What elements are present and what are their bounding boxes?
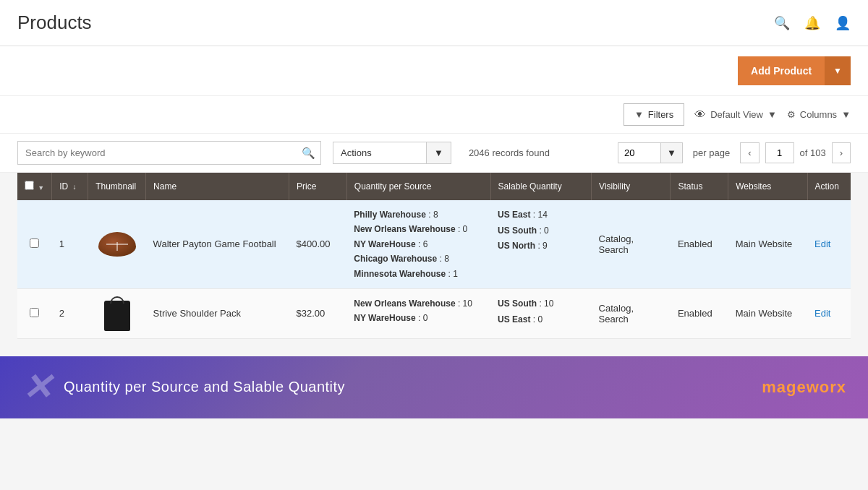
add-product-button[interactable]: Add Product xyxy=(738,56,825,85)
per-page-select[interactable] xyxy=(618,142,661,163)
page-of-label: of 103 xyxy=(800,147,826,158)
next-page-button[interactable]: › xyxy=(832,142,851,163)
row-visibility: Catalog, Search xyxy=(592,200,671,288)
per-page-select-wrap: ▼ xyxy=(618,142,683,163)
add-product-dropdown-button[interactable]: ▼ xyxy=(825,56,851,85)
row-salable-qty: US East : 14US South : 0US North : 9 xyxy=(490,200,591,288)
page-input[interactable] xyxy=(765,142,794,163)
search-icon[interactable]: 🔍 xyxy=(774,15,790,31)
search-input-wrap: 🔍 xyxy=(17,141,321,165)
bell-icon[interactable]: 🔔 xyxy=(804,15,820,31)
row-checkbox[interactable] xyxy=(30,238,39,248)
row-action: Edit xyxy=(807,288,851,338)
th-action: Action xyxy=(807,173,851,200)
view-label: Default View xyxy=(710,109,763,120)
salable-line: US East : 0 xyxy=(498,312,584,328)
prev-page-button[interactable]: ‹ xyxy=(740,142,759,163)
gear-icon: ⚙ xyxy=(787,109,796,120)
salable-line: US South : 0 xyxy=(498,223,584,239)
salable-line: US East : 14 xyxy=(498,207,584,223)
qty-source-line: Chicago Warehouse : 8 xyxy=(354,252,483,266)
row-action: Edit xyxy=(807,200,851,288)
row-qty-per-source: New Orleans Warehouse : 10NY WareHouse :… xyxy=(346,288,490,338)
view-chevron-icon: ▼ xyxy=(767,109,777,120)
edit-link[interactable]: Edit xyxy=(814,238,830,249)
row-checkbox-cell xyxy=(17,288,52,338)
columns-label: Columns xyxy=(800,109,837,120)
row-id: 1 xyxy=(52,200,88,288)
salable-line: US South : 10 xyxy=(498,296,584,312)
sort-chevron-icon: ▼ xyxy=(38,184,44,192)
th-thumbnail: Thumbnail xyxy=(88,173,146,200)
row-website: Main Website xyxy=(728,288,807,338)
row-checkbox[interactable] xyxy=(30,308,39,317)
banner-left: ✕ Quantity per Source and Salable Quanti… xyxy=(22,369,345,405)
per-page-label: per page xyxy=(693,147,730,158)
row-website: Main Website xyxy=(728,200,807,288)
columns-chevron-icon: ▼ xyxy=(841,109,851,120)
default-view-button[interactable]: 👁 Default View ▼ xyxy=(694,108,777,121)
th-id[interactable]: ID ↓ xyxy=(52,173,88,200)
th-salable-qty[interactable]: Salable Quantity xyxy=(490,173,591,200)
pagination-wrap: ▼ per page ‹ of 103 › xyxy=(618,142,851,163)
qty-source-line: NY WareHouse : 6 xyxy=(354,237,483,252)
row-visibility: Catalog, Search xyxy=(592,288,671,338)
table-row: 2 Strive Shoulder Pack$32.00New Orleans … xyxy=(17,288,851,338)
page-title: Products xyxy=(17,12,92,34)
eye-icon: 👁 xyxy=(694,108,706,121)
th-visibility[interactable]: Visibility xyxy=(592,173,671,200)
row-price: $400.00 xyxy=(289,200,347,288)
th-checkbox: ▼ xyxy=(17,173,52,200)
main-content: ▼ ID ↓ Thumbnail Name Price Quantity per… xyxy=(0,173,868,356)
th-websites[interactable]: Websites xyxy=(728,173,807,200)
columns-button[interactable]: ⚙ Columns ▼ xyxy=(787,109,851,120)
actions-select[interactable]: Actions xyxy=(333,142,427,164)
row-thumbnail xyxy=(88,200,146,288)
search-input[interactable] xyxy=(17,141,321,165)
add-product-btn-group: Add Product ▼ xyxy=(738,56,851,85)
table-row: 1 Walter Payton Game Football$400.00Phil… xyxy=(17,200,851,288)
qty-source-line: New Orleans Warehouse : 0 xyxy=(354,222,483,236)
row-status: Enabled xyxy=(671,200,728,288)
edit-link[interactable]: Edit xyxy=(814,308,830,319)
top-bar: Products 🔍 🔔 👤 xyxy=(0,0,868,46)
per-page-arrow[interactable]: ▼ xyxy=(661,142,683,163)
salable-line: US North : 9 xyxy=(498,238,584,254)
filter-bar: ▼ Filters 👁 Default View ▼ ⚙ Columns ▼ xyxy=(0,96,868,134)
id-sort-icon: ↓ xyxy=(73,183,77,191)
table-header-row: ▼ ID ↓ Thumbnail Name Price Quantity per… xyxy=(17,173,851,200)
row-price: $32.00 xyxy=(289,288,347,338)
qty-source-line: NY WareHouse : 0 xyxy=(354,311,483,325)
actions-select-wrap: Actions ▼ xyxy=(333,142,451,164)
th-name[interactable]: Name xyxy=(146,173,289,200)
row-name: Walter Payton Game Football xyxy=(146,200,289,288)
banner-brand: mageworx xyxy=(762,378,846,397)
banner-text: Quantity per Source and Salable Quantity xyxy=(64,379,345,395)
qty-source-line: Minnesota Warehouse : 1 xyxy=(354,267,483,281)
banner-x-logo: ✕ xyxy=(22,369,52,405)
row-salable-qty: US South : 10US East : 0 xyxy=(490,288,591,338)
bottom-banner: ✕ Quantity per Source and Salable Quanti… xyxy=(0,356,868,418)
th-price[interactable]: Price xyxy=(289,173,347,200)
row-status: Enabled xyxy=(671,288,728,338)
top-icons: 🔍 🔔 👤 xyxy=(774,15,851,31)
products-table: ▼ ID ↓ Thumbnail Name Price Quantity per… xyxy=(17,173,851,339)
user-icon[interactable]: 👤 xyxy=(835,15,851,31)
search-actions-bar: 🔍 Actions ▼ 2046 records found ▼ per pag… xyxy=(0,134,868,173)
brand-label: mageworx xyxy=(762,378,846,396)
th-status[interactable]: Status xyxy=(671,173,728,200)
records-count: 2046 records found xyxy=(469,147,550,158)
th-qty-per-source[interactable]: Quantity per Source xyxy=(346,173,490,200)
row-thumbnail xyxy=(88,288,146,338)
filters-button[interactable]: ▼ Filters xyxy=(624,103,684,126)
select-all-checkbox[interactable] xyxy=(25,181,34,190)
row-id: 2 xyxy=(52,288,88,338)
actions-dropdown-arrow[interactable]: ▼ xyxy=(427,142,451,164)
toolbar-bar: Add Product ▼ xyxy=(0,46,868,96)
row-checkbox-cell xyxy=(17,200,52,288)
row-qty-per-source: Philly Warehouse : 8New Orleans Warehous… xyxy=(346,200,490,288)
qty-source-line: New Orleans Warehouse : 10 xyxy=(354,296,483,311)
row-name: Strive Shoulder Pack xyxy=(146,288,289,338)
search-submit-button[interactable]: 🔍 xyxy=(302,147,315,160)
qty-source-line: Philly Warehouse : 8 xyxy=(354,207,483,222)
